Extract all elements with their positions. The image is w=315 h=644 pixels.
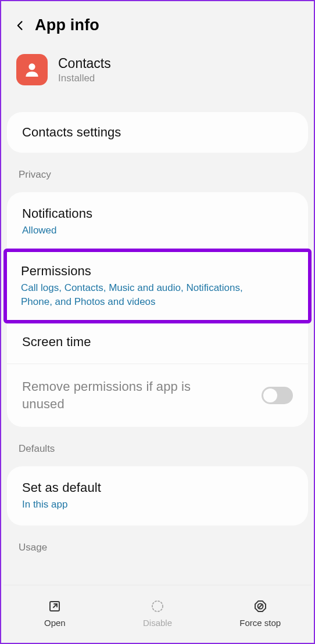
back-icon[interactable] [12,17,29,34]
disable-button: Disable [106,585,209,641]
force-stop-icon [252,598,269,614]
item-title: Notifications [22,206,293,221]
notifications-item[interactable]: Notifications Allowed [7,192,308,251]
btn-label: Force stop [239,618,281,628]
app-header-row: Contacts Installed [3,47,312,107]
set-as-default-item[interactable]: Set as default In this app [7,466,308,526]
item-title: Permissions [21,264,294,279]
btn-label: Open [44,618,66,628]
bottom-action-bar: Open Disable Force stop [3,585,312,641]
item-subtitle: Allowed [22,224,293,238]
svg-line-5 [258,605,262,608]
remove-permissions-toggle[interactable] [262,387,293,404]
svg-point-0 [28,63,35,70]
app-name: Contacts [58,56,111,71]
item-subtitle: In this app [22,498,293,512]
app-icon [16,54,48,85]
contacts-settings-item[interactable]: Contacts settings [7,112,308,153]
disable-icon [149,598,166,614]
force-stop-button[interactable]: Force stop [209,585,312,641]
page-title: App info [35,16,99,34]
permissions-item[interactable]: Permissions Call logs, Contacts, Music a… [7,251,308,324]
svg-point-2 [152,601,163,611]
screen-time-item[interactable]: Screen time [7,320,308,364]
item-title: Screen time [22,334,293,350]
item-subtitle: Call logs, Contacts, Music and audio, No… [21,281,271,309]
item-title: Remove permissions if app is unused [22,378,214,412]
open-icon [46,598,63,614]
btn-label: Disable [143,618,172,628]
open-button[interactable]: Open [3,585,106,641]
item-title: Contacts settings [22,125,293,140]
item-title: Set as default [22,480,293,495]
app-status: Installed [58,73,111,84]
highlight-annotation: Permissions Call logs, Contacts, Music a… [3,249,312,324]
remove-permissions-item[interactable]: Remove permissions if app is unused [7,364,308,426]
section-label-usage: Usage [3,530,312,560]
section-label-defaults: Defaults [3,431,312,462]
section-label-privacy: Privacy [3,157,312,188]
